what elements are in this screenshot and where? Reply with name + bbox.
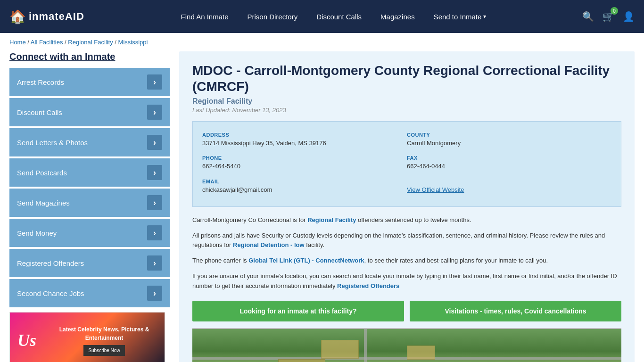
logo[interactable]: 🏠 inmateAID	[9, 9, 85, 25]
sidebar-item-registered-offenders[interactable]: Registered Offenders ›	[9, 249, 170, 277]
breadcrumb-home[interactable]: Home	[9, 39, 26, 46]
aerial-image	[192, 328, 621, 362]
sidebar-item-send-letters[interactable]: Send Letters & Photos ›	[9, 128, 170, 156]
email-cell: EMAIL chickasawjail@gmail.com	[202, 176, 407, 199]
sidebar-item-second-chance-jobs[interactable]: Second Chance Jobs ›	[9, 279, 170, 307]
county-cell: COUNTY Carroll Montgomery	[407, 129, 611, 152]
nav-send-to-inmate[interactable]: Send to Inmate	[434, 13, 482, 21]
regional-facility-link-1[interactable]: Regional Facility	[307, 216, 356, 223]
advertisement[interactable]: Us Latest Celebrity News, Pictures & Ent…	[9, 312, 165, 362]
nav-find-inmate[interactable]: Find An Inmate	[181, 13, 229, 21]
website-spacer	[407, 179, 607, 184]
ad-subscribe-button[interactable]: Subscribe Now	[83, 345, 124, 356]
ad-logo: Us	[10, 326, 44, 355]
sidebar-arrow-send-money: ›	[147, 225, 162, 240]
registered-offenders-link[interactable]: Registered Offenders	[337, 282, 399, 289]
facility-detail: MDOC - Carroll-Montgomery County Regiona…	[179, 51, 635, 362]
sidebar: Connect with an Inmate Arrest Records › …	[9, 51, 170, 362]
find-inmate-button[interactable]: Looking for an inmate at this facility?	[192, 301, 404, 321]
cart-icon[interactable]: 🛒 0	[603, 11, 614, 22]
sidebar-title: Connect with an Inmate	[9, 51, 170, 62]
breadcrumb-all-facilities[interactable]: All Facilities	[31, 39, 63, 46]
sidebar-item-arrest-records[interactable]: Arrest Records ›	[9, 68, 170, 96]
fax-value: 662-464-0444	[407, 162, 607, 171]
address-value: 33714 Mississippi Hwy 35, Vaiden, MS 391…	[202, 139, 402, 148]
fax-label: FAX	[407, 155, 607, 161]
bottom-buttons: Looking for an inmate at this facility? …	[192, 301, 621, 321]
send-to-inmate-dropdown-icon[interactable]: ▾	[483, 13, 486, 20]
county-value: Carroll Montgomery	[407, 139, 607, 148]
website-link[interactable]: View Official Website	[407, 186, 607, 194]
description-4: If you are unsure of your inmate’s locat…	[192, 272, 621, 291]
sidebar-item-send-postcards[interactable]: Send Postcards ›	[9, 158, 170, 187]
logo-icon: 🏠	[9, 9, 26, 25]
county-label: COUNTY	[407, 132, 607, 138]
facility-info-grid: ADDRESS 33714 Mississippi Hwy 35, Vaiden…	[192, 121, 621, 207]
website-cell: View Official Website	[407, 176, 611, 199]
main-nav: Find An Inmate Prison Directory Discount…	[99, 13, 568, 21]
breadcrumb-mississippi[interactable]: Mississippi	[118, 39, 148, 46]
nav-discount-calls[interactable]: Discount Calls	[316, 13, 362, 21]
search-icon[interactable]: 🔍	[582, 11, 594, 22]
breadcrumb-regional-facility[interactable]: Regional Facility	[68, 39, 113, 46]
sidebar-arrow-registered-offenders: ›	[147, 255, 162, 271]
gtl-link[interactable]: Global Tel Link (GTL) - ConnectNetwork	[248, 257, 364, 264]
email-value: chickasawjail@gmail.com	[202, 186, 402, 194]
phone-label: PHONE	[202, 155, 402, 161]
fax-cell: FAX 662-464-0444	[407, 152, 611, 175]
logo-text: inmateAID	[29, 10, 84, 23]
nav-send-to-inmate-wrapper: Send to Inmate ▾	[434, 13, 487, 21]
facility-last-updated: Last Updated: November 13, 2023	[192, 107, 621, 114]
aerial-building-2	[407, 346, 435, 360]
sidebar-arrow-send-postcards: ›	[147, 165, 162, 180]
description-3: The phone carrier is Global Tel Link (GT…	[192, 256, 621, 266]
ad-text: Latest Celebrity News, Pictures & Entert…	[44, 321, 165, 361]
sidebar-item-send-magazines[interactable]: Send Magazines ›	[9, 189, 170, 217]
header: 🏠 inmateAID Find An Inmate Prison Direct…	[0, 0, 644, 33]
visitations-button[interactable]: Visitations - times, rules, Covid cancel…	[410, 301, 621, 321]
sidebar-arrow-send-letters: ›	[147, 135, 162, 150]
sidebar-arrow-discount-calls: ›	[147, 105, 162, 120]
aerial-building-1	[321, 340, 359, 359]
nav-prison-directory[interactable]: Prison Directory	[248, 13, 298, 21]
main-content: Connect with an Inmate Arrest Records › …	[0, 51, 644, 362]
address-label: ADDRESS	[202, 132, 402, 138]
aerial-road-v	[364, 329, 367, 362]
aerial-building-3	[278, 359, 325, 362]
nav-magazines[interactable]: Magazines	[380, 13, 415, 21]
sidebar-item-discount-calls[interactable]: Discount Calls ›	[9, 98, 170, 126]
header-icons: 🔍 🛒 0 👤	[582, 11, 635, 22]
ad-title: Latest Celebrity News, Pictures & Entert…	[49, 325, 160, 342]
email-label: EMAIL	[202, 179, 402, 184]
sidebar-arrow-second-chance-jobs: ›	[147, 286, 162, 301]
phone-cell: PHONE 662-464-5440	[202, 152, 407, 175]
facility-type: Regional Facility	[192, 97, 621, 106]
regional-detention-link[interactable]: Regional Detention - low	[233, 241, 305, 248]
user-icon[interactable]: 👤	[623, 11, 635, 22]
description-2: All prisons and jails have Security or C…	[192, 231, 621, 251]
phone-value: 662-464-5440	[202, 162, 402, 171]
cart-badge: 0	[611, 7, 618, 15]
sidebar-arrow-arrest-records: ›	[147, 74, 162, 90]
facility-title: MDOC - Carroll-Montgomery County Regiona…	[192, 63, 621, 94]
sidebar-item-send-money[interactable]: Send Money ›	[9, 219, 170, 247]
description-1: Carroll-Montgomery Co Correctional is fo…	[192, 215, 621, 225]
address-cell: ADDRESS 33714 Mississippi Hwy 35, Vaiden…	[202, 129, 407, 152]
sidebar-arrow-send-magazines: ›	[147, 195, 162, 210]
breadcrumb: Home / All Facilities / Regional Facilit…	[0, 33, 644, 51]
